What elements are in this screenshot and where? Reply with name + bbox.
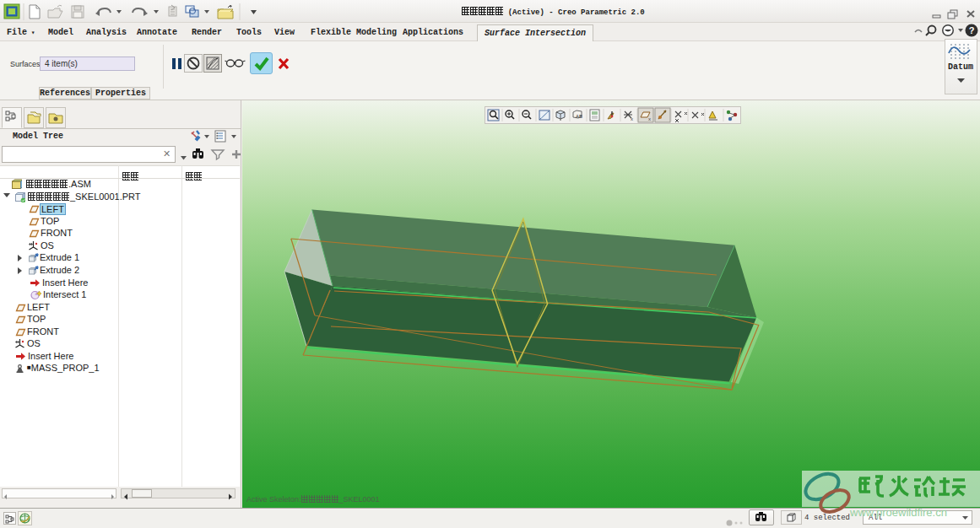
svg-text:x: x	[631, 116, 633, 121]
svg-text:AB: AB	[576, 114, 582, 119]
svg-text:x: x	[648, 116, 651, 121]
svg-text:Datum: Datum	[948, 62, 973, 72]
svg-text:?: ?	[969, 25, 975, 35]
